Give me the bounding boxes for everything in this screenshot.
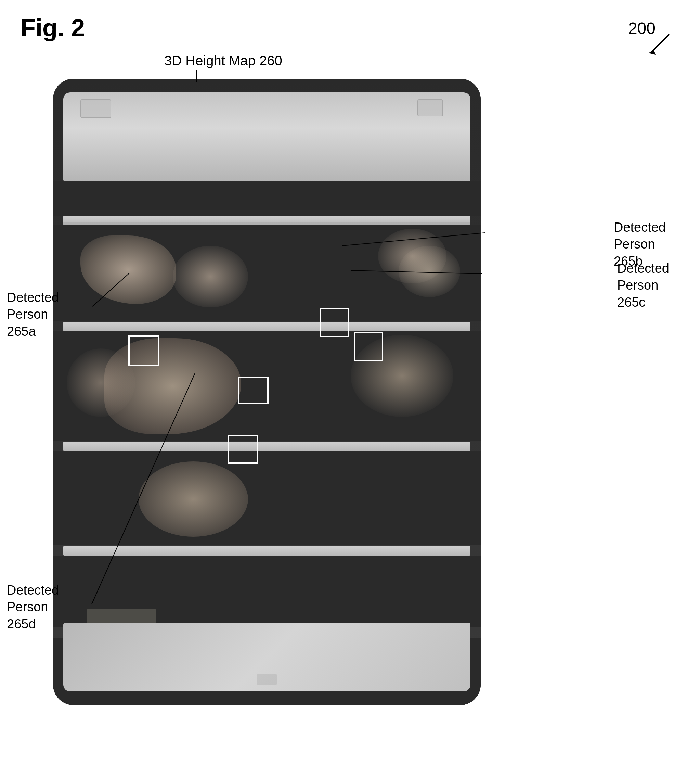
shelf-divider-1 [63, 216, 470, 225]
dark-zone-4 [53, 451, 481, 545]
main-diagram-image [53, 79, 481, 705]
detection-box-265c [354, 332, 383, 361]
shelf-divider-4 [63, 546, 470, 556]
height-map-label: 3D Height Map 260 [164, 53, 282, 69]
shelf-divider-3 [63, 441, 470, 451]
dark-zone-1 [53, 182, 481, 216]
detection-box-lower [228, 435, 258, 464]
svg-line-0 [652, 34, 669, 51]
shelf-bottom [63, 623, 470, 692]
figure-arrow [645, 31, 673, 58]
shelf-top [63, 92, 470, 182]
detection-box-center [238, 377, 269, 404]
figure-label: Fig. 2 [20, 14, 85, 42]
dark-zone-2 [53, 225, 481, 321]
detection-box-265b [320, 308, 349, 337]
label-detected-265c: Detected Person 265c [617, 260, 669, 311]
shelf-divider-2 [63, 322, 470, 331]
detection-box-265a [128, 335, 159, 366]
dark-zone-5 [53, 556, 481, 628]
label-detected-265d: Detected Person 265d [7, 582, 59, 632]
label-detected-265a: Detected Person 265a [7, 289, 59, 340]
